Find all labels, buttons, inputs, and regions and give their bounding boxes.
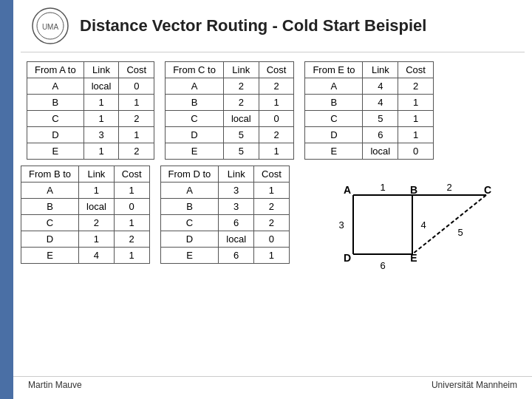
- col-header-2: Cost: [119, 62, 154, 78]
- table-cell: 3: [219, 199, 254, 215]
- col-header-2: Cost: [254, 166, 290, 183]
- col-header-1: Link: [219, 166, 254, 183]
- table-row: D31: [27, 127, 154, 143]
- routing-table-from-a: From A toLinkCostAlocal0B11C12D31E12: [27, 61, 154, 160]
- table-cell: 0: [259, 111, 294, 127]
- table-row: C12: [27, 111, 154, 127]
- table-cell: 1: [114, 215, 149, 231]
- table-cell: E: [27, 143, 84, 160]
- table-cell: 2: [398, 78, 434, 95]
- table-cell: 1: [254, 183, 290, 199]
- table-row: Clocal0: [166, 111, 294, 127]
- table-cell: B: [21, 199, 79, 215]
- table-cell: 1: [254, 248, 290, 264]
- table-cell: D: [160, 231, 219, 248]
- table-cell: 1: [83, 111, 119, 127]
- table-cell: local: [219, 231, 254, 248]
- table-cell: E: [166, 143, 224, 160]
- table-cell: 2: [254, 215, 290, 231]
- table-cell: C: [21, 215, 79, 231]
- table-cell: 5: [223, 143, 259, 160]
- table-cell: 5: [223, 127, 259, 143]
- col-header-0: From C to: [166, 62, 224, 78]
- table-row: Dlocal0: [160, 231, 289, 248]
- header: UMA Distance Vector Routing - Cold Start…: [21, 0, 525, 52]
- table-from-a: From A toLinkCostAlocal0B11C12D31E12: [27, 61, 154, 160]
- table-cell: local: [223, 111, 259, 127]
- table-cell: E: [305, 143, 363, 160]
- col-header-0: From B to: [21, 166, 79, 183]
- footer: Martin Mauve Universität Mannheim: [13, 376, 532, 393]
- table-from-e: From E toLinkCostA42B41C51D61Elocal0: [304, 61, 434, 160]
- table-row: Elocal0: [305, 143, 434, 160]
- table-cell: 1: [79, 231, 115, 248]
- table-cell: A: [166, 78, 224, 95]
- table-row: B11: [27, 95, 154, 111]
- table-cell: 1: [83, 95, 119, 111]
- table-row: A11: [21, 183, 150, 199]
- table-cell: 6: [219, 215, 254, 231]
- table-cell: 3: [83, 127, 119, 143]
- table-cell: D: [21, 231, 79, 248]
- svg-text:C: C: [484, 184, 491, 196]
- table-cell: 1: [259, 143, 294, 160]
- table-row: B41: [305, 95, 434, 111]
- table-cell: 2: [259, 127, 294, 143]
- routing-table-from-e: From E toLinkCostA42B41C51D61Elocal0: [304, 61, 434, 160]
- table-cell: 0: [254, 231, 290, 248]
- table-cell: 3: [219, 183, 254, 199]
- col-header-0: From A to: [27, 62, 84, 78]
- table-row: C21: [21, 215, 150, 231]
- table-cell: D: [166, 127, 224, 143]
- col-header-0: From D to: [160, 166, 219, 183]
- table-cell: local: [79, 199, 115, 215]
- table-cell: 4: [363, 95, 398, 111]
- col-header-2: Cost: [398, 62, 434, 78]
- table-row: B21: [166, 95, 294, 111]
- svg-text:D: D: [344, 252, 351, 264]
- network-diagram: 1 2 3 4 6 5 A B C D: [331, 173, 494, 291]
- col-header-1: Link: [223, 62, 259, 78]
- table-from-d: From D toLinkCostA31B32C62Dlocal0E61: [160, 166, 290, 264]
- table-row: Blocal0: [21, 199, 150, 215]
- table-cell: local: [83, 78, 119, 95]
- table-cell: 5: [363, 111, 398, 127]
- table-cell: D: [27, 127, 84, 143]
- table-cell: A: [21, 183, 79, 199]
- table-row: E41: [21, 248, 150, 264]
- table-row: A22: [166, 78, 294, 95]
- footer-left: Martin Mauve: [28, 380, 82, 390]
- table-row: E12: [27, 143, 154, 160]
- table-cell: 1: [398, 95, 434, 111]
- table-cell: A: [27, 78, 84, 95]
- svg-text:1: 1: [380, 182, 385, 193]
- table-cell: C: [166, 111, 224, 127]
- tables-bottom-row: From B toLinkCostA11Blocal0C21D12E41From…: [21, 166, 525, 299]
- table-cell: A: [160, 183, 219, 199]
- table-row: D61: [305, 127, 434, 143]
- table-cell: 1: [79, 183, 115, 199]
- svg-text:A: A: [344, 184, 351, 196]
- svg-text:6: 6: [380, 260, 385, 271]
- table-row: Alocal0: [27, 78, 154, 95]
- table-cell: D: [305, 127, 363, 143]
- col-header-0: From E to: [305, 62, 363, 78]
- table-cell: 1: [398, 127, 434, 143]
- svg-text:3: 3: [338, 219, 344, 231]
- col-header-1: Link: [363, 62, 398, 78]
- table-cell: 1: [259, 95, 294, 111]
- table-cell: 4: [363, 78, 398, 95]
- table-from-c: From C toLinkCostA22B21Clocal0D52E51: [165, 61, 294, 160]
- routing-table-from-b: From B toLinkCostA11Blocal0C21D12E41: [21, 166, 150, 299]
- table-cell: 0: [119, 78, 154, 95]
- svg-text:E: E: [410, 252, 417, 264]
- col-header-2: Cost: [114, 166, 149, 183]
- table-cell: B: [166, 95, 224, 111]
- left-bar: [0, 0, 13, 399]
- table-cell: B: [27, 95, 84, 111]
- table-cell: B: [305, 95, 363, 111]
- table-cell: 2: [223, 78, 259, 95]
- table-cell: 1: [398, 111, 434, 127]
- table-cell: C: [305, 111, 363, 127]
- table-row: D52: [166, 127, 294, 143]
